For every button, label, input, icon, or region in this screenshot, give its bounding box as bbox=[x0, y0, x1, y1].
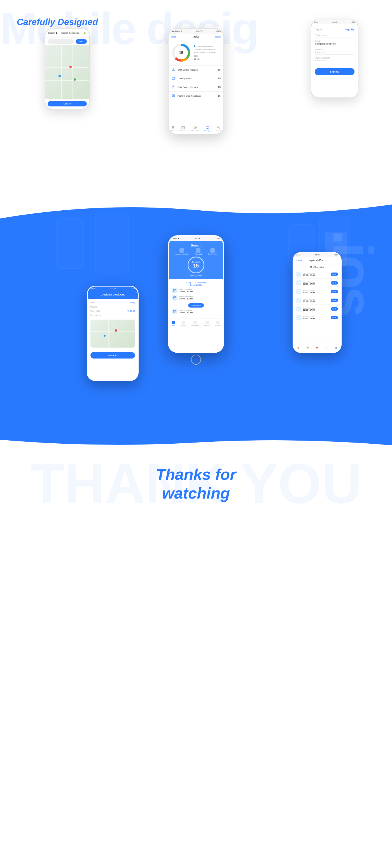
donut-chart: 15 bbox=[171, 43, 191, 62]
status-carrier: ▲▲ Sketch ▼ bbox=[171, 30, 183, 32]
tab-login[interactable]: Log In bbox=[315, 28, 322, 31]
donut-center-number: 15 bbox=[179, 51, 184, 55]
branch-tab-clockin[interactable]: Clock In/Out bbox=[208, 248, 217, 255]
map-road-v2 bbox=[72, 45, 72, 99]
legend-description: Lorem ipsum dolor site amerads eor sk pl… bbox=[194, 49, 221, 54]
branch-shift-1: Branch department 10:00 - 17:00 bbox=[172, 288, 220, 293]
phones-top-wrapper: Sketch ◆ Search Schedules 🔋 Filter bbox=[0, 11, 392, 174]
openshift-time-3: 10:00 - 17:00 bbox=[303, 291, 329, 293]
password-value[interactable]: ●●●●●● bbox=[315, 51, 355, 55]
openshift-item-4: Branch Department 10:00 - 17:00 Book bbox=[293, 296, 341, 305]
nav-messages[interactable]: Messages bbox=[204, 125, 210, 132]
nav-home[interactable]: Home bbox=[171, 125, 175, 132]
openshift-item-2: Branch Department 10:00 - 17:00 Book bbox=[293, 279, 341, 287]
phone-number-value[interactable] bbox=[315, 37, 355, 38]
map-status: Sketch ◆ bbox=[48, 32, 57, 34]
task-count-shift-swaps-2: 15 bbox=[218, 86, 221, 89]
branch-header: Branch Manager Available Personal Clo bbox=[169, 241, 223, 279]
shift-time-1: 10:00 - 17:00 bbox=[179, 290, 220, 293]
legend-dot-blue bbox=[194, 45, 195, 47]
task-item-shift-swaps-1[interactable]: Shift Swaps Request 15 bbox=[169, 66, 223, 74]
branch-tabs: Manager Available Personal Clock In/Out bbox=[172, 248, 220, 255]
book-button-1[interactable]: Book bbox=[331, 273, 338, 276]
training-icon bbox=[171, 76, 175, 81]
nav-account[interactable]: Account bbox=[216, 125, 221, 132]
branch-nav-home[interactable]: Home bbox=[172, 321, 175, 326]
book-button-3[interactable]: Book bbox=[331, 290, 338, 293]
nav-schedule[interactable]: Schedule bbox=[180, 125, 186, 132]
shift-info-1: Branch department 10:00 - 17:00 bbox=[179, 288, 220, 293]
branch-messages-icon bbox=[205, 321, 209, 324]
map-search-input[interactable] bbox=[47, 39, 74, 44]
task-item-performance[interactable]: Performance Feedback 15 bbox=[169, 92, 223, 100]
branch-tab-manager[interactable]: Manager Available bbox=[175, 248, 189, 255]
task-item-training[interactable]: Training Alerts 15 bbox=[169, 74, 223, 83]
open-shifts-button[interactable]: Open shifts bbox=[188, 303, 203, 308]
openshift-nav-clockin[interactable]: ⏰ bbox=[316, 347, 318, 349]
openshift-item-5: Branch Department 10:00 - 17:00 Book bbox=[293, 305, 341, 313]
shift-icon-2 bbox=[172, 295, 177, 301]
task-item-shift-swaps-2[interactable]: Shift Swaps Request 15 bbox=[169, 83, 223, 92]
openshift-time-2: 10:00 - 17:00 bbox=[303, 283, 329, 285]
openshift-info-2: Branch Department 10:00 - 17:00 bbox=[303, 281, 329, 285]
branch-circle-label: Personal bbox=[192, 261, 200, 263]
branch-nav-messages[interactable]: Messages bbox=[204, 321, 210, 326]
task-label-training: Training Alerts bbox=[177, 77, 216, 80]
phone-clockin: Sketch 9:41 AM 100% Clock In / Clock Out… bbox=[87, 286, 139, 381]
svg-rect-5 bbox=[172, 77, 175, 79]
book-button-5[interactable]: Book bbox=[331, 307, 338, 311]
branch-tab-personal[interactable]: Personal bbox=[195, 248, 202, 255]
book-button-4[interactable]: Book bbox=[331, 299, 338, 302]
legend-30: 30% bbox=[194, 54, 221, 57]
openshift-item-icon-1 bbox=[296, 272, 301, 277]
map-pin-red bbox=[69, 66, 72, 68]
back-button[interactable]: Back bbox=[171, 36, 176, 38]
donut-section: 15 20% Lorem Ipsum Lorem ipsum dolor sit… bbox=[169, 40, 223, 66]
personal-tab-icon bbox=[196, 248, 200, 253]
branch-date: Today, 05 of December bbox=[172, 281, 220, 283]
map-battery: 🔋 bbox=[84, 32, 86, 34]
branch-shift-2: Branch department 10:00 - 17:00 bbox=[172, 295, 220, 301]
clock-in-button[interactable]: Click In bbox=[47, 101, 87, 106]
openshift-item-3: Branch Department 10:00 - 17:00 Book bbox=[293, 287, 341, 296]
openshift-back-button[interactable]: < Back bbox=[296, 260, 302, 261]
signup-button[interactable]: Sign up bbox=[315, 68, 355, 75]
repeat-password-value[interactable]: ●●●●●● bbox=[315, 59, 355, 63]
phone-login: Sketch 9:41 AM 100% Log In Sign Up Phone… bbox=[311, 20, 358, 98]
tab-signup[interactable]: Sign Up bbox=[345, 28, 355, 31]
book-button-2[interactable]: Book bbox=[331, 281, 338, 285]
branch-booked-link[interactable]: Booked shifts bbox=[172, 284, 220, 286]
branch-nav-clockin[interactable]: Clock In/Out bbox=[191, 321, 199, 326]
swap-icon bbox=[171, 68, 175, 72]
branch-body: Today, 05 of December Booked shifts Bran… bbox=[169, 279, 223, 318]
header-title: Tasks bbox=[192, 35, 199, 38]
book-button-6[interactable]: Book bbox=[331, 316, 338, 319]
branch-nav-account[interactable]: Account bbox=[215, 321, 220, 326]
openshift-nav-account[interactable]: 👤 bbox=[335, 347, 337, 349]
clockin-map-pin-2 bbox=[104, 335, 105, 337]
svg-rect-11 bbox=[173, 289, 176, 292]
openshift-bottom-nav: 🏠 📅 ⏰ ✉️ 👤 bbox=[293, 343, 341, 352]
login-status-bar: Sketch 9:41 AM 100% bbox=[312, 20, 358, 24]
clock-in-action-button[interactable]: Clock In bbox=[91, 352, 135, 359]
svg-rect-9 bbox=[206, 126, 209, 128]
map-road-h2 bbox=[45, 80, 89, 81]
openshift-item-6: Branch Department 10:00 - 17:00 Book bbox=[293, 313, 341, 322]
email-value[interactable]: example@gmail.com bbox=[315, 42, 355, 46]
manager-tab-icon bbox=[179, 248, 184, 253]
shift-icon-1 bbox=[172, 288, 177, 293]
openshift-nav-home[interactable]: 🏠 bbox=[297, 347, 299, 349]
openshift-header: < Back Open shifts bbox=[293, 257, 341, 265]
openshift-nav-messages[interactable]: ✉️ bbox=[326, 347, 327, 349]
openshift-nav-schedule[interactable]: 📅 bbox=[307, 347, 308, 349]
blue-phones-wrapper: Sketch 9:41 AM 100% Clock In / Clock Out… bbox=[0, 196, 392, 420]
openshift-time-6: 10:00 - 17:00 bbox=[303, 318, 329, 319]
branch-title: Branch bbox=[172, 244, 220, 247]
task-count-shift-swaps-1: 15 bbox=[218, 68, 221, 71]
nav-clockinout[interactable]: Clock In/Out bbox=[191, 125, 199, 132]
clockin-dept-row: Department: bbox=[91, 314, 135, 316]
home-button[interactable] bbox=[191, 354, 201, 365]
branch-nav-schedule[interactable]: Schedule bbox=[180, 321, 186, 326]
map-filter-button[interactable]: Filter bbox=[75, 39, 87, 44]
openshift-info-5: Branch Department 10:00 - 17:00 bbox=[303, 307, 329, 311]
